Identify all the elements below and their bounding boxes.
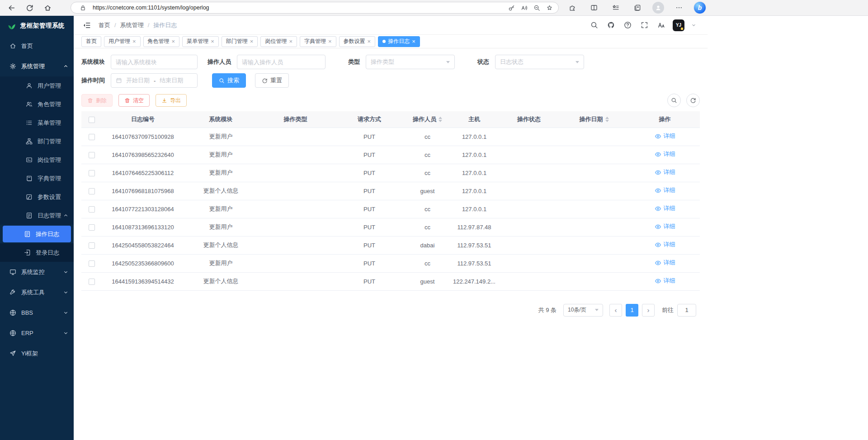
search-icon[interactable] — [589, 20, 599, 30]
tab-2[interactable]: 角色管理× — [143, 36, 180, 47]
sidebar-item-param[interactable]: 参数设置 — [0, 188, 74, 206]
refresh-page-button[interactable] — [23, 1, 36, 14]
tab-close-icon[interactable]: × — [132, 38, 136, 44]
sidebar-item-monitor[interactable]: 系统监控 — [0, 262, 74, 282]
export-button[interactable]: 导出 — [156, 94, 187, 107]
current-page-button[interactable]: 1 — [626, 304, 638, 317]
extensions-icon[interactable] — [566, 1, 579, 14]
tab-close-icon[interactable]: × — [328, 38, 332, 44]
chevron-down-icon[interactable] — [691, 23, 696, 28]
sidebar-item-system[interactable]: 系统管理 — [0, 56, 74, 76]
font-size-icon[interactable] — [656, 20, 666, 30]
prev-page-button[interactable]: ‹ — [609, 304, 622, 317]
github-icon[interactable] — [606, 20, 616, 30]
sidebar-item-dept[interactable]: 部门管理 — [0, 132, 74, 151]
tab-0[interactable]: 首页 — [81, 36, 101, 47]
tab-8[interactable]: 操作日志× — [378, 36, 420, 47]
tab-close-icon[interactable]: × — [412, 38, 415, 44]
select-all-checkbox[interactable] — [89, 117, 95, 123]
sidebar-item-dict[interactable]: 字典管理 — [0, 169, 74, 188]
sort-date-icon[interactable] — [605, 117, 609, 122]
sidebar-item-operlog[interactable]: 操作日志 — [3, 226, 71, 242]
detail-link[interactable]: 详细 — [655, 186, 675, 194]
copilot-icon[interactable]: b — [694, 2, 706, 14]
detail-link[interactable]: 详细 — [655, 277, 675, 285]
row-checkbox[interactable] — [89, 279, 95, 285]
sidebar-item-loginlog[interactable]: 登录日志 — [0, 243, 74, 262]
tab-5[interactable]: 岗位管理× — [260, 36, 297, 47]
tab-close-icon[interactable]: × — [289, 38, 292, 44]
goto-page-input[interactable] — [677, 304, 696, 317]
url-text[interactable]: https://ccnetcore.com:1101/system/log/op… — [93, 5, 505, 11]
detail-link[interactable]: 详细 — [655, 222, 675, 231]
sort-operator-icon[interactable] — [439, 117, 442, 122]
module-input[interactable] — [116, 59, 193, 66]
favorites-bar-icon[interactable] — [609, 1, 623, 14]
delete-button[interactable]: 删除 — [81, 94, 113, 107]
sidebar-item-tools[interactable]: 系统工具 — [0, 282, 74, 303]
home-button[interactable] — [41, 1, 54, 14]
back-button[interactable] — [5, 1, 18, 14]
user-logo[interactable]: YJ — [673, 19, 684, 31]
page-size-select[interactable]: 10条/页 — [563, 304, 603, 317]
tab-3[interactable]: 菜单管理× — [182, 36, 219, 47]
sidebar-item-home[interactable]: 首页 — [0, 36, 74, 56]
tab-close-icon[interactable]: × — [211, 38, 214, 44]
split-screen-icon[interactable] — [587, 1, 601, 14]
sidebar-item-erp[interactable]: ERP — [0, 323, 74, 343]
date-range-input[interactable]: 开始日期 - 结束日期 — [111, 73, 198, 88]
sidebar-item-logmgr[interactable]: 日志管理 — [0, 206, 74, 225]
table-row: 1641076370975100928更新用户PUTcc127.0.0.1详细 — [81, 128, 700, 146]
detail-link[interactable]: 详细 — [655, 150, 675, 158]
menu-fold-icon[interactable] — [83, 21, 91, 29]
sidebar-item-role[interactable]: 角色管理 — [0, 95, 74, 114]
tab-close-icon[interactable]: × — [250, 38, 254, 44]
toggle-search-button[interactable] — [667, 94, 681, 107]
zoom-out-icon[interactable] — [530, 3, 543, 13]
tab-close-icon[interactable]: × — [368, 38, 371, 44]
sidebar-item-bbs[interactable]: BBS — [0, 303, 74, 323]
fullscreen-icon[interactable] — [639, 20, 649, 30]
sidebar-item-yi[interactable]: Yi框架 — [0, 343, 74, 364]
row-checkbox[interactable] — [89, 152, 95, 158]
type-select[interactable]: 操作类型 — [366, 55, 455, 69]
next-page-button[interactable]: › — [642, 304, 655, 317]
app-logo[interactable]: 意框架管理系统 — [0, 16, 74, 36]
detail-link[interactable]: 详细 — [655, 241, 675, 249]
detail-link[interactable]: 详细 — [655, 132, 675, 140]
search-button[interactable]: 搜索 — [212, 73, 246, 88]
detail-link[interactable]: 详细 — [655, 204, 675, 213]
row-checkbox[interactable] — [89, 242, 95, 249]
breadcrumb-item[interactable]: 首页 — [99, 21, 110, 29]
status-select[interactable]: 日志状态 — [495, 55, 584, 69]
read-aloud-icon[interactable] — [518, 3, 530, 13]
help-icon[interactable] — [623, 20, 632, 30]
tab-4[interactable]: 部门管理× — [222, 36, 258, 47]
sidebar-item-user[interactable]: 用户管理 — [0, 76, 74, 95]
tab-7[interactable]: 参数设置× — [339, 36, 376, 47]
sidebar-item-post[interactable]: 岗位管理 — [0, 151, 74, 169]
settings-dots-icon[interactable] — [672, 1, 686, 14]
row-checkbox[interactable] — [89, 206, 95, 213]
tab-1[interactable]: 用户管理× — [104, 36, 141, 47]
profile-avatar[interactable] — [652, 2, 664, 14]
breadcrumb-item[interactable]: 系统管理 — [120, 21, 144, 29]
row-checkbox[interactable] — [89, 224, 95, 231]
address-bar[interactable]: https://ccnetcore.com:1101/system/log/op… — [71, 2, 559, 14]
password-key-icon[interactable] — [505, 3, 518, 13]
row-checkbox[interactable] — [89, 260, 95, 267]
reset-button[interactable]: 重置 — [255, 73, 289, 88]
operator-input[interactable] — [242, 59, 321, 66]
row-checkbox[interactable] — [89, 134, 95, 140]
detail-link[interactable]: 详细 — [655, 259, 675, 267]
sidebar-item-menu[interactable]: 菜单管理 — [0, 114, 74, 132]
row-checkbox[interactable] — [89, 170, 95, 176]
favorite-add-icon[interactable] — [543, 3, 556, 13]
tab-close-icon[interactable]: × — [172, 38, 175, 44]
detail-link[interactable]: 详细 — [655, 168, 675, 176]
clear-button[interactable]: 清空 — [118, 94, 150, 107]
tab-6[interactable]: 字典管理× — [300, 36, 336, 47]
refresh-table-button[interactable] — [686, 94, 700, 107]
row-checkbox[interactable] — [89, 188, 95, 194]
collections-icon[interactable] — [631, 1, 644, 14]
